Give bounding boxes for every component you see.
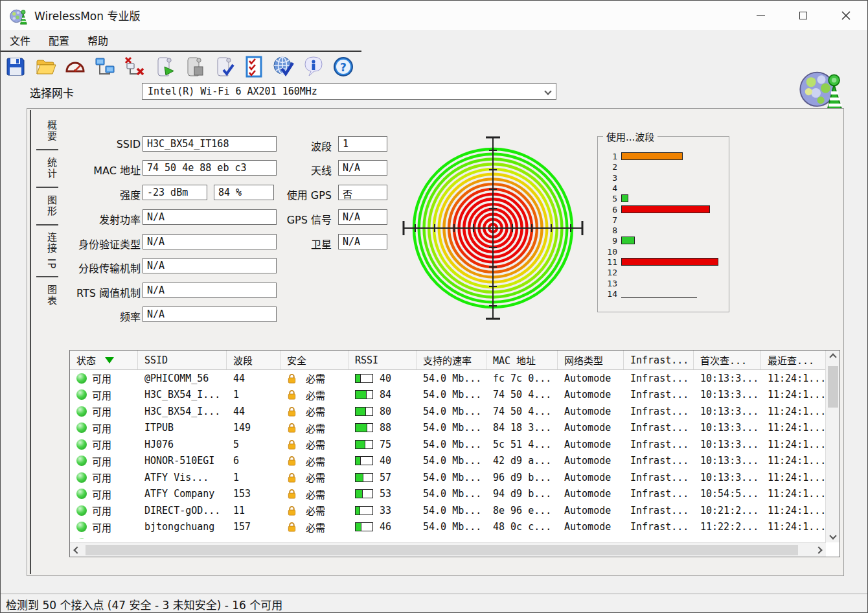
channel-number: 1: [598, 152, 617, 161]
table-row[interactable]: 可用ATFY Vis...1必需5754.0 Mb...96 d9 b...Au…: [70, 469, 826, 486]
column-header-5[interactable]: RSSI: [348, 351, 417, 369]
column-header-4[interactable]: 安全: [280, 351, 348, 369]
save-button[interactable]: [3, 54, 27, 79]
column-header-6[interactable]: 支持的速率: [417, 351, 486, 369]
status-label: 可用: [92, 371, 111, 385]
table-row[interactable]: 可用ATFY Company153必需5354.0 Mb...94 d9 b..…: [70, 486, 826, 503]
field-label: RTS 阈值机制: [34, 284, 141, 300]
cell-first_seen: 10:21:2...: [694, 502, 761, 519]
cell-channel: 44: [227, 403, 280, 420]
table-row[interactable]: 可用H3C_BX54_I...1必需8454.0 Mb...74 50 4...…: [70, 387, 826, 404]
horizontal-scrollbar[interactable]: [70, 542, 826, 557]
network-disconnect-icon: [124, 56, 146, 78]
field-label: GPS 信号: [225, 211, 332, 227]
cell-mac: 74 50 4...: [486, 387, 558, 404]
table-row[interactable]: 可用ITPUB149必需8854.0 Mb...84 18 3...Automo…: [70, 420, 826, 437]
log-start-button[interactable]: [152, 54, 176, 79]
status-available-icon: [76, 389, 87, 400]
table-row[interactable]: 可用@PHICOMM_5644必需4054.0 Mb...fc 7c 0...A…: [70, 370, 826, 387]
column-header-3[interactable]: 波段: [227, 351, 280, 369]
log-stop-button[interactable]: [182, 54, 206, 79]
info-button[interactable]: [301, 54, 325, 79]
network-disconnect-button[interactable]: [122, 54, 146, 79]
channel-chart-title: 使用...波段: [603, 130, 657, 143]
close-button[interactable]: [825, 1, 867, 30]
log-check-icon: [213, 56, 235, 78]
scroll-right-button[interactable]: [812, 543, 826, 557]
vertical-scrollbar[interactable]: [825, 351, 839, 542]
globe-check-button[interactable]: [271, 54, 295, 79]
cell-mac: 8e 96 e...: [486, 502, 558, 519]
channel-number: 4: [598, 183, 617, 193]
scroll-left-button[interactable]: [70, 543, 84, 557]
cell-net_type: Automode: [558, 436, 624, 453]
column-header-9[interactable]: Infrast...: [624, 351, 694, 369]
open-folder-button[interactable]: [33, 54, 57, 79]
table-row[interactable]: 可用H3C_BX54_I...44必需8054.0 Mb...74 50 4..…: [70, 403, 826, 420]
channel-row: 10: [598, 247, 729, 257]
log-start-icon: [154, 56, 176, 78]
checklist-button[interactable]: [242, 54, 266, 79]
rssi-bar-fill: [356, 391, 367, 399]
status-label: 可用: [92, 437, 111, 451]
menu-item-config[interactable]: 配置: [40, 30, 78, 51]
rssi-bar: [355, 506, 373, 515]
status-available-icon: [76, 522, 87, 532]
cell-infrastructure: Infrast...: [624, 469, 694, 486]
lock-icon: [287, 505, 297, 516]
column-header-8[interactable]: 网络类型: [558, 351, 624, 369]
cell-net_type: Automode: [558, 403, 624, 420]
horizontal-scroll-thumb[interactable]: [86, 545, 798, 555]
maximize-button[interactable]: [782, 1, 825, 30]
field-value-box: N/A: [338, 209, 387, 225]
table-row[interactable]: 可用DIRECT-gOD...11必需3354.0 Mb...8e 96 e..…: [70, 502, 826, 519]
security-label: 必需: [306, 421, 325, 435]
cell-last_seen: 11:24:1...: [761, 436, 826, 453]
vertical-scroll-thumb[interactable]: [828, 366, 838, 408]
column-header-7[interactable]: MAC 地址: [486, 351, 558, 369]
menu-item-help[interactable]: 帮助: [78, 30, 117, 51]
menu-item-file[interactable]: 文件: [1, 30, 40, 51]
cell-ssid: @PHICOMM_56: [138, 370, 227, 387]
channel-usage-bar: [621, 152, 683, 160]
adapter-select[interactable]: Intel(R) Wi-Fi 6 AX201 160MHz: [142, 83, 556, 100]
security-label: 必需: [306, 537, 325, 539]
field-value-box: N/A: [338, 234, 387, 249]
cell-rssi: 46: [348, 519, 417, 536]
rssi-bar-fill: [356, 441, 365, 448]
table-row[interactable]: 可用bjtongchuang157必需4654.0 Mb...48 0c c..…: [70, 519, 826, 536]
channel-usage-chart: 使用...波段 1234567891011121314: [597, 136, 729, 312]
cell-channel: 6: [227, 453, 280, 470]
cell-status: 可用: [70, 453, 138, 470]
column-header-10[interactable]: 首次查...: [694, 351, 761, 369]
status-label: 可用: [92, 454, 111, 468]
network-button[interactable]: [93, 54, 117, 79]
globe-check-icon: [273, 56, 295, 78]
table-row[interactable]: 可用......必需4454.0 Mb..................: [70, 535, 826, 539]
status-available-icon: [76, 422, 87, 433]
status-label: 可用: [92, 520, 111, 534]
field-label: SSID: [34, 138, 141, 150]
rssi-value: 40: [380, 373, 391, 384]
field-label: MAC 地址: [34, 162, 141, 178]
column-header-1[interactable]: 状态: [70, 351, 138, 369]
cell-channel: 157: [227, 519, 280, 536]
table-header: 状态SSID波段安全RSSI支持的速率MAC 地址网络类型Infrast...首…: [70, 351, 826, 370]
rssi-value: 46: [380, 521, 391, 533]
help-button[interactable]: ?: [331, 54, 355, 79]
table-row[interactable]: 可用HONOR-510EGI6必需4054.0 Mb...42 d9 a...A…: [70, 453, 826, 470]
scroll-down-button[interactable]: [826, 529, 840, 542]
cell-channel: 1: [227, 469, 280, 486]
field-value-box: N/A: [143, 283, 277, 298]
column-header-11[interactable]: 最近查...: [761, 351, 826, 369]
minimize-button[interactable]: [739, 1, 782, 30]
column-header-label: 支持的速率: [423, 353, 472, 367]
scroll-up-button[interactable]: [826, 351, 840, 364]
rssi-bar: [355, 522, 373, 531]
rssi-value: 75: [380, 439, 391, 450]
gauge-button[interactable]: [63, 54, 87, 79]
rssi-bar: [355, 473, 373, 482]
log-check-button[interactable]: [212, 54, 236, 79]
table-row[interactable]: 可用HJ0765必需7554.0 Mb...5c 51 4...Automode…: [70, 436, 826, 453]
column-header-2[interactable]: SSID: [138, 351, 227, 369]
